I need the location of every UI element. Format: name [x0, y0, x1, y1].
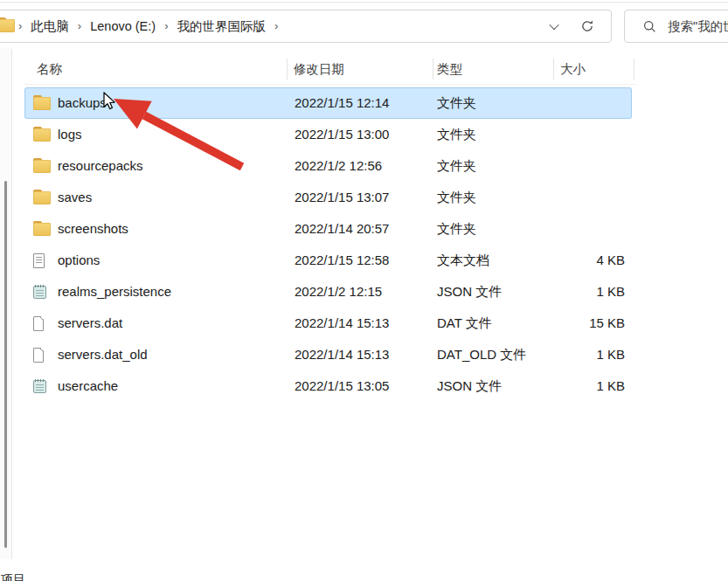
file-list: backups 2022/1/15 12:14 文件夹 logs 2022/1/…	[0, 87, 728, 402]
file-size: 1 KB	[489, 339, 625, 370]
header-underline	[24, 84, 636, 85]
refresh-button[interactable]	[574, 13, 600, 39]
chevron-down-icon	[549, 20, 558, 30]
search-placeholder: 搜索"我的世	[668, 18, 728, 35]
file-name: options	[58, 245, 100, 276]
file-date: 2022/1/15 12:14	[295, 87, 389, 119]
file-size: 15 KB	[489, 308, 625, 339]
file-date: 2022/1/2 12:15	[295, 276, 382, 308]
file-date: 2022/1/14 15:13	[295, 339, 389, 370]
window-top-divider	[0, 2, 728, 3]
file-name: backups	[58, 87, 107, 119]
file-row[interactable]: realms_persistence 2022/1/2 12:15 JSON 文…	[0, 276, 728, 308]
file-size: 1 KB	[489, 370, 625, 402]
file-icon	[33, 98, 51, 110]
file-type: 文件夹	[437, 119, 476, 150]
chevron-right-icon[interactable]: ›	[161, 19, 171, 32]
file-name: realms_persistence	[58, 276, 171, 308]
file-type: 文件夹	[437, 213, 476, 245]
file-icon	[33, 129, 51, 142]
file-date: 2022/1/15 13:05	[295, 370, 389, 402]
file-icon	[33, 316, 44, 331]
chevron-right-icon[interactable]: ›	[74, 19, 85, 32]
file-icon	[33, 348, 44, 363]
search-box[interactable]: 搜索"我的世	[624, 10, 728, 43]
file-date: 2022/1/14 20:57	[295, 213, 389, 245]
column-headers: 名称 修改日期 类型 大小	[0, 54, 728, 84]
column-header-type[interactable]: 类型	[437, 54, 462, 84]
file-date: 2022/1/2 12:56	[295, 150, 382, 182]
file-row[interactable]: screenshots 2022/1/14 20:57 文件夹	[0, 213, 728, 245]
file-name: logs	[58, 119, 82, 150]
file-row[interactable]: resourcepacks 2022/1/2 12:56 文件夹	[0, 150, 728, 182]
file-name: screenshots	[58, 213, 128, 245]
chevron-right-icon[interactable]: ›	[271, 19, 281, 32]
address-bar[interactable]: › 此电脑 › Lenovo (E:) › 我的世界国际版 ›	[0, 10, 612, 43]
file-row[interactable]: servers.dat 2022/1/14 15:13 DAT 文件 15 KB	[0, 308, 728, 339]
chevron-right-icon: ›	[15, 19, 25, 32]
column-divider[interactable]	[634, 59, 634, 80]
status-bar-items-count: 项目	[1, 572, 25, 581]
breadcrumb-this-pc[interactable]: 此电脑	[25, 18, 74, 35]
file-icon	[33, 253, 45, 268]
file-date: 2022/1/15 12:58	[295, 245, 389, 276]
file-size: 1 KB	[489, 276, 625, 308]
file-date: 2022/1/15 13:00	[295, 119, 389, 150]
nav-scrollbar-thumb[interactable]	[4, 181, 7, 548]
file-size: 4 KB	[489, 245, 625, 276]
file-icon	[33, 192, 51, 204]
file-explorer-window: › 此电脑 › Lenovo (E:) › 我的世界国际版 › 搜索"我的世 名…	[0, 0, 728, 581]
file-name: servers.dat_old	[58, 339, 148, 370]
file-icon	[33, 161, 51, 173]
file-name: servers.dat	[58, 308, 122, 339]
column-header-size[interactable]: 大小	[560, 54, 586, 84]
address-dropdown-button[interactable]	[541, 13, 567, 39]
folder-icon	[0, 20, 15, 32]
file-row[interactable]: logs 2022/1/15 13:00 文件夹	[0, 119, 728, 150]
file-type: 文本文档	[437, 245, 489, 276]
column-header-date[interactable]: 修改日期	[294, 54, 344, 84]
file-icon	[33, 286, 46, 299]
file-row[interactable]: saves 2022/1/15 13:07 文件夹	[0, 182, 728, 213]
column-divider[interactable]	[553, 59, 554, 80]
file-icon	[33, 380, 46, 393]
column-divider[interactable]	[287, 59, 288, 80]
file-type: 文件夹	[437, 87, 476, 119]
file-row[interactable]: backups 2022/1/15 12:14 文件夹	[0, 87, 728, 119]
file-date: 2022/1/15 13:07	[295, 182, 389, 213]
file-type: 文件夹	[437, 182, 476, 213]
file-type: 文件夹	[437, 150, 476, 182]
breadcrumb-current-folder[interactable]: 我的世界国际版	[172, 18, 272, 35]
file-name: saves	[58, 182, 92, 213]
search-icon	[643, 20, 656, 33]
file-date: 2022/1/14 15:13	[295, 308, 389, 339]
breadcrumb-drive[interactable]: Lenovo (E:)	[85, 19, 161, 33]
file-row[interactable]: usercache 2022/1/15 13:05 JSON 文件 1 KB	[0, 370, 728, 402]
file-type: DAT 文件	[437, 308, 492, 339]
file-icon	[33, 224, 51, 236]
column-divider[interactable]	[433, 59, 433, 80]
file-row[interactable]: servers.dat_old 2022/1/14 15:13 DAT_OLD …	[0, 339, 728, 370]
file-name: resourcepacks	[58, 150, 143, 182]
file-row[interactable]: options 2022/1/15 12:58 文本文档 4 KB	[0, 245, 728, 276]
refresh-icon	[580, 19, 594, 33]
column-header-name[interactable]: 名称	[37, 54, 62, 84]
file-name: usercache	[58, 370, 118, 402]
nav-pane-divider	[11, 49, 12, 559]
